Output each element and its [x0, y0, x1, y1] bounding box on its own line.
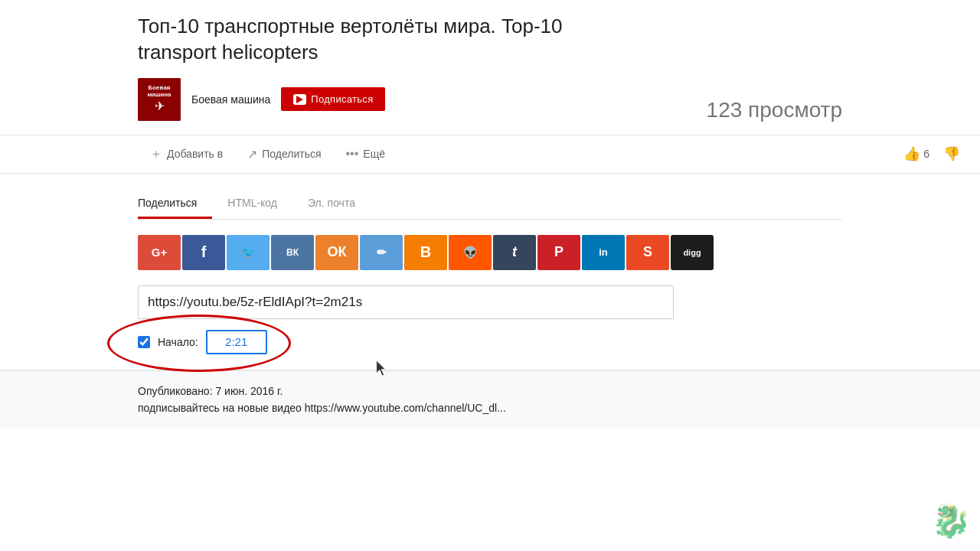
publish-date: Опубликовано: 7 июн. 2016 г.: [138, 385, 842, 397]
vk-icon: ВК: [286, 247, 299, 258]
thumbs-up-icon: 👍: [903, 145, 920, 162]
share-section: Поделиться HTML-код Эл. почта G+ f 🐦 ВК …: [0, 174, 980, 370]
subscribe-button[interactable]: Подписаться: [281, 87, 385, 111]
dragon-icon: 🐉: [931, 503, 971, 539]
tab-share[interactable]: Поделиться: [138, 189, 212, 219]
description-section: Опубликовано: 7 июн. 2016 г. подписывайт…: [0, 370, 980, 428]
watermark: 🐉: [931, 502, 977, 548]
thumbs-down-icon: 👎: [943, 146, 960, 161]
share-icon: ↗: [247, 147, 257, 161]
social-vk[interactable]: ВК: [271, 235, 314, 270]
channel-info: Боевая машина: [191, 93, 270, 106]
like-count: 6: [923, 148, 929, 160]
share-action-button[interactable]: ↗ Поделиться: [235, 141, 333, 168]
reddit-icon: 👽: [463, 246, 478, 259]
social-grid: G+ f 🐦 ВК ОК ✏ B 👽 t: [138, 235, 842, 270]
social-reddit[interactable]: 👽: [449, 235, 492, 270]
tab-email[interactable]: Эл. почта: [308, 189, 371, 219]
social-digg[interactable]: digg: [671, 235, 714, 270]
googleplus-icon: G+: [152, 246, 167, 259]
video-title: Топ-10 транспортные вертолёты мира. Top-…: [138, 14, 842, 66]
video-info-section: Топ-10 транспортные вертолёты мира. Top-…: [0, 0, 980, 135]
digg-icon: digg: [683, 248, 701, 257]
social-blogger[interactable]: B: [404, 235, 447, 270]
start-time-input[interactable]: [206, 330, 267, 354]
dots-icon: •••: [346, 147, 359, 161]
social-stumbleupon[interactable]: S: [626, 235, 669, 270]
dislike-button[interactable]: 👎: [939, 141, 965, 167]
pencil-icon: ✏: [377, 246, 387, 259]
ok-icon: ОК: [328, 244, 347, 260]
social-ok[interactable]: ОК: [315, 235, 358, 270]
views-count: 123 просмотр: [707, 98, 842, 122]
page-wrapper: Топ-10 транспортные вертолёты мира. Top-…: [0, 0, 980, 551]
twitter-icon: 🐦: [241, 246, 256, 259]
add-to-button[interactable]: ＋ Добавить в: [138, 140, 235, 168]
share-tabs: Поделиться HTML-код Эл. почта: [138, 189, 842, 220]
pinterest-icon: P: [554, 244, 564, 260]
youtube-icon: [293, 94, 306, 105]
linkedin-icon: in: [599, 246, 608, 258]
yt-play-icon: [296, 96, 303, 103]
start-time-checkbox[interactable]: [138, 336, 150, 348]
more-button[interactable]: ••• Ещё: [334, 141, 397, 167]
stumbleupon-icon: S: [643, 244, 652, 260]
social-tumblr[interactable]: t: [493, 235, 536, 270]
like-button[interactable]: 👍 6: [899, 141, 934, 167]
url-box: [138, 285, 842, 319]
blogger-icon: B: [420, 243, 431, 261]
social-googleplus[interactable]: G+: [138, 235, 181, 270]
social-facebook[interactable]: f: [182, 235, 225, 270]
tab-html[interactable]: HTML-код: [227, 189, 292, 219]
add-icon: ＋: [150, 146, 162, 162]
avatar-text: Боеваямашина: [147, 85, 171, 99]
url-input[interactable]: [138, 285, 674, 319]
social-linkedin[interactable]: in: [582, 235, 625, 270]
channel-promo-text: подписывайтесь на новые видео https://ww…: [138, 402, 842, 414]
start-label: Начало:: [158, 336, 198, 348]
social-pinterest[interactable]: P: [537, 235, 580, 270]
avatar-plane-icon: ✈: [155, 99, 165, 113]
start-time-row: Начало:: [138, 330, 842, 354]
channel-row-wrapper: Боеваямашина ✈ Боевая машина Подписаться…: [138, 78, 842, 121]
channel-avatar[interactable]: Боеваямашина ✈: [138, 78, 181, 121]
action-bar: ＋ Добавить в ↗ Поделиться ••• Ещё 👍 6 👎: [0, 135, 980, 174]
avatar-bg: Боеваямашина ✈: [138, 78, 181, 121]
social-pencil[interactable]: ✏: [360, 235, 403, 270]
tumblr-icon: t: [512, 244, 517, 260]
facebook-icon: f: [201, 243, 207, 261]
like-area: 👍 6 👎: [899, 141, 965, 167]
channel-name[interactable]: Боевая машина: [191, 93, 270, 106]
social-twitter[interactable]: 🐦: [227, 235, 270, 270]
